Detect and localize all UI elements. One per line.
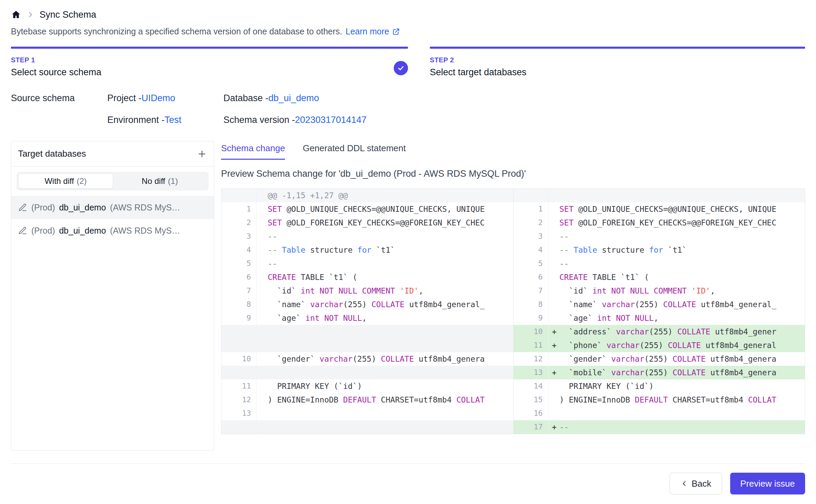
code-line: -- Table structure for `t1`: [257, 243, 513, 257]
line-number: [221, 338, 257, 352]
step-2-progress-bar: [430, 47, 805, 49]
learn-more-link[interactable]: Learn more: [346, 27, 400, 36]
code-line: `age` int NOT NULL,: [257, 311, 513, 325]
back-button[interactable]: Back: [670, 473, 722, 494]
code-line: PRIMARY KEY (`id`): [257, 379, 513, 393]
line-number: 3: [513, 230, 549, 243]
database-link[interactable]: db_ui_demo: [268, 93, 319, 104]
breadcrumb: Sync Schema: [11, 7, 805, 22]
target-database-list: (Prod) db_ui_demo (AWS RDS MyS… (Prod) d…: [11, 196, 214, 242]
diff-grid: @@ -1,15 +1,27 @@1SET @OLD_UNIQUE_CHECKS…: [221, 189, 805, 434]
target-databases-title: Target databases: [18, 148, 86, 159]
code-line: SET @OLD_UNIQUE_CHECKS=@@UNIQUE_CHECKS, …: [549, 202, 805, 216]
line-number: 3: [221, 230, 257, 243]
step-1-progress-bar: [11, 47, 408, 49]
step-2: STEP 2 Select target databases: [430, 47, 805, 78]
line-number: 1: [221, 202, 257, 216]
pencil-icon: [18, 203, 27, 212]
line-number: 9: [513, 311, 549, 325]
page-description: Bytebase supports synchronizing a specif…: [11, 27, 805, 36]
tab-no-diff-label: No diff: [142, 176, 165, 186]
check-icon: [396, 64, 405, 73]
code-line: [257, 325, 513, 338]
sync-schema-page: Sync Schema Bytebase supports synchroniz…: [0, 0, 816, 504]
tab-with-diff[interactable]: With diff (2): [18, 174, 113, 189]
line-number: 8: [221, 298, 257, 311]
add-target-database-button[interactable]: [197, 149, 207, 159]
code-line: --: [257, 257, 513, 270]
code-line: [257, 407, 513, 420]
line-number: 16: [513, 407, 549, 420]
line-number: 11: [221, 379, 257, 393]
breadcrumb-page-title: Sync Schema: [40, 10, 96, 20]
line-number: [513, 189, 549, 202]
preview-issue-label: Preview issue: [740, 478, 795, 489]
code-line: ) ENGINE=InnoDB DEFAULT CHARSET=utf8mb4 …: [549, 393, 805, 407]
diff-filter-tabs: With diff (2) No diff (1): [17, 172, 208, 190]
line-number: 13: [221, 407, 257, 420]
environment-prefix: Environment -: [107, 115, 164, 125]
project-field: Project - UIDemo: [107, 87, 223, 109]
line-number: 10: [221, 352, 257, 366]
schema-version-prefix: Schema version -: [223, 115, 295, 125]
project-link[interactable]: UIDemo: [142, 93, 175, 104]
line-number: 8: [513, 298, 549, 311]
line-number: 5: [221, 257, 257, 270]
line-number: 17: [513, 420, 549, 434]
preview-title: Preview Schema change for 'db_ui_demo (P…: [221, 169, 805, 179]
tab-with-diff-count: (2): [77, 176, 87, 186]
code-line: [257, 420, 513, 434]
line-number: [221, 366, 257, 379]
code-line: `id` int NOT NULL COMMENT 'ID',: [549, 284, 805, 298]
code-line: --: [549, 230, 805, 243]
back-button-label: Back: [692, 478, 711, 489]
tab-with-diff-label: With diff: [45, 176, 74, 186]
step-1-completed-badge: [394, 61, 408, 75]
source-schema-label: Source schema: [11, 87, 107, 109]
chevron-left-icon: [680, 479, 688, 488]
preview-issue-button[interactable]: Preview issue: [730, 473, 805, 494]
line-number: 14: [513, 379, 549, 393]
code-line: + `mobile` varchar(255) COLLATE utf8mb4_…: [549, 366, 805, 379]
code-line: `id` int NOT NULL COMMENT 'ID',: [257, 284, 513, 298]
line-number: 1: [513, 202, 549, 216]
step-1: STEP 1 Select source schema: [11, 47, 408, 78]
line-number: 4: [513, 243, 549, 257]
target-database-item[interactable]: (Prod) db_ui_demo (AWS RDS MyS…: [11, 196, 214, 219]
tab-generated-ddl[interactable]: Generated DDL statement: [303, 143, 406, 160]
schema-version-link[interactable]: 20230317014147: [295, 115, 366, 125]
code-line: SET @OLD_FOREIGN_KEY_CHECKS=@@FOREIGN_KE…: [257, 216, 513, 230]
line-number: 2: [221, 216, 257, 230]
target-database-item[interactable]: (Prod) db_ui_demo (AWS RDS MyS…: [11, 219, 214, 242]
step-indicator: STEP 1 Select source schema STEP 2 Selec…: [11, 47, 805, 78]
line-number: 5: [513, 257, 549, 270]
line-number: 12: [513, 352, 549, 366]
code-line: @@ -1,15 +1,27 @@: [257, 189, 513, 202]
code-line: [549, 407, 805, 420]
environment-link[interactable]: Test: [164, 115, 182, 125]
step-1-title: Select source schema: [11, 67, 408, 78]
source-schema-summary: Source schema Project - UIDemo Database …: [11, 87, 805, 131]
breadcrumb-chevron-icon: [27, 11, 34, 18]
learn-more-label: Learn more: [346, 27, 389, 36]
tab-schema-change[interactable]: Schema change: [221, 143, 285, 160]
db-item-name: db_ui_demo: [59, 226, 106, 236]
line-number: 2: [513, 216, 549, 230]
database-prefix: Database -: [223, 93, 268, 104]
db-item-env: (Prod): [31, 226, 55, 236]
main-content: Target databases With diff (2) No diff (…: [11, 141, 805, 451]
preview-tabs: Schema change Generated DDL statement: [221, 143, 805, 160]
code-line: `age` int NOT NULL,: [549, 311, 805, 325]
home-icon[interactable]: [11, 10, 21, 20]
code-line: CREATE TABLE `t1` (: [257, 270, 513, 284]
db-item-env: (Prod): [31, 203, 55, 212]
tab-no-diff[interactable]: No diff (1): [113, 174, 207, 189]
code-line: + `phone` varchar(255) COLLATE utf8mb4_g…: [549, 338, 805, 352]
schema-diff-viewer: @@ -1,15 +1,27 @@1SET @OLD_UNIQUE_CHECKS…: [221, 188, 805, 434]
db-item-name: db_ui_demo: [59, 203, 106, 212]
line-number: 10: [513, 325, 549, 338]
line-number: [221, 325, 257, 338]
plus-icon: [197, 149, 207, 159]
code-line: [549, 189, 805, 202]
schema-preview-panel: Schema change Generated DDL statement Pr…: [221, 141, 805, 451]
